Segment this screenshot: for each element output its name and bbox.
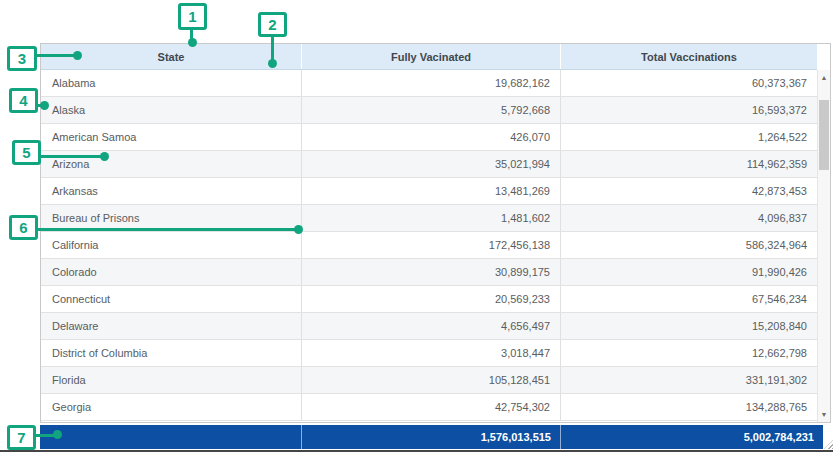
annotation-callout-1: 1 xyxy=(178,3,207,30)
table-header-row: State Fully Vacinated Total Vaccinations xyxy=(41,44,817,70)
total-vaccinations-cell: 4,096,837 xyxy=(561,205,817,231)
fully-vaccinated-cell: 30,899,175 xyxy=(302,259,561,285)
scrollbar-up-icon[interactable]: ▲ xyxy=(818,70,830,85)
state-cell: Alabama xyxy=(41,70,302,96)
annotation-callout-7: 7 xyxy=(7,425,36,450)
annotation-dot-6 xyxy=(294,225,303,234)
scrollbar-down-icon[interactable]: ▼ xyxy=(818,407,830,422)
annotation-connector-6 xyxy=(37,228,296,231)
annotation-number-7: 7 xyxy=(17,430,25,445)
state-cell: American Samoa xyxy=(41,124,302,150)
annotation-callout-6: 6 xyxy=(9,215,38,240)
scrollbar-thumb[interactable] xyxy=(819,100,829,170)
annotation-connector-7 xyxy=(35,434,55,437)
fully-vaccinated-cell: 35,021,994 xyxy=(302,151,561,177)
table-row[interactable]: Florida105,128,451331,191,302 xyxy=(41,367,817,394)
total-vaccinations-cell: 91,990,426 xyxy=(561,259,817,285)
annotation-callout-5: 5 xyxy=(12,140,41,165)
table-row[interactable]: Georgia42,754,302134,288,765 xyxy=(41,394,817,421)
fully-vaccinated-cell: 3,018,447 xyxy=(302,340,561,366)
state-cell: Florida xyxy=(41,367,302,393)
totals-state-cell xyxy=(40,425,301,449)
total-vaccinations-cell: 15,208,840 xyxy=(561,313,817,339)
data-table: State Fully Vacinated Total Vaccinations… xyxy=(40,43,831,423)
total-vaccinations-cell: 42,873,453 xyxy=(561,178,817,204)
totals-total-vaccinations-cell: 5,002,784,231 xyxy=(560,425,823,449)
annotation-number-1: 1 xyxy=(188,9,196,24)
state-cell: Georgia xyxy=(41,394,302,420)
state-cell: District of Columbia xyxy=(41,340,302,366)
total-vaccinations-cell: 134,288,765 xyxy=(561,394,817,420)
fully-vaccinated-cell: 426,070 xyxy=(302,124,561,150)
column-header-total-vaccinations[interactable]: Total Vaccinations xyxy=(561,44,817,69)
state-cell: Connecticut xyxy=(41,286,302,312)
annotation-callout-2: 2 xyxy=(258,12,287,37)
column-header-fully-vaccinated[interactable]: Fully Vacinated xyxy=(302,44,561,69)
total-vaccinations-cell: 67,546,234 xyxy=(561,286,817,312)
total-vaccinations-cell: 12,662,798 xyxy=(561,340,817,366)
annotation-number-5: 5 xyxy=(22,145,30,160)
total-vaccinations-cell: 331,191,302 xyxy=(561,367,817,393)
table-row[interactable]: District of Columbia3,018,44712,662,798 xyxy=(41,340,817,367)
annotation-connector-5 xyxy=(40,155,102,158)
state-cell: Arkansas xyxy=(41,178,302,204)
fully-vaccinated-cell: 13,481,269 xyxy=(302,178,561,204)
fully-vaccinated-cell: 172,456,138 xyxy=(302,232,561,258)
state-cell: California xyxy=(41,232,302,258)
annotation-dot-3 xyxy=(73,51,82,60)
annotation-connector-3 xyxy=(36,54,77,57)
fully-vaccinated-cell: 4,656,497 xyxy=(302,313,561,339)
annotation-dot-1 xyxy=(188,38,197,47)
fully-vaccinated-cell: 19,682,162 xyxy=(302,70,561,96)
table-row[interactable]: American Samoa426,0701,264,522 xyxy=(41,124,817,151)
table-body: Alabama19,682,16260,373,367Alaska5,792,6… xyxy=(41,70,817,422)
annotation-connector-2 xyxy=(271,36,274,61)
annotation-dot-5 xyxy=(100,152,109,161)
resize-grip-icon[interactable] xyxy=(824,440,833,449)
screenshot-stage: State Fully Vacinated Total Vaccinations… xyxy=(0,0,833,453)
table-row[interactable]: Arizona35,021,994114,962,359 xyxy=(41,151,817,178)
state-cell: Colorado xyxy=(41,259,302,285)
total-vaccinations-cell: 16,593,372 xyxy=(561,97,817,123)
annotation-number-6: 6 xyxy=(19,220,27,235)
table-row[interactable]: California172,456,138586,324,964 xyxy=(41,232,817,259)
fully-vaccinated-cell: 42,754,302 xyxy=(302,394,561,420)
table-row[interactable]: Colorado30,899,17591,990,426 xyxy=(41,259,817,286)
total-vaccinations-cell: 586,324,964 xyxy=(561,232,817,258)
annotation-dot-4 xyxy=(40,101,49,110)
fully-vaccinated-cell: 20,569,233 xyxy=(302,286,561,312)
table-row[interactable]: Alabama19,682,16260,373,367 xyxy=(41,70,817,97)
state-cell: Delaware xyxy=(41,313,302,339)
annotation-dot-2 xyxy=(268,59,277,68)
total-vaccinations-cell: 1,264,522 xyxy=(561,124,817,150)
total-vaccinations-cell: 60,373,367 xyxy=(561,70,817,96)
window-bottom-edge xyxy=(0,450,833,452)
state-cell: Alaska xyxy=(41,97,302,123)
totals-fully-vaccinated-cell: 1,576,013,515 xyxy=(301,425,560,449)
annotation-number-4: 4 xyxy=(19,93,27,108)
total-vaccinations-cell: 114,962,359 xyxy=(561,151,817,177)
annotation-callout-3: 3 xyxy=(7,46,37,71)
annotation-callout-4: 4 xyxy=(9,88,38,113)
fully-vaccinated-cell: 105,128,451 xyxy=(302,367,561,393)
table-row[interactable]: Connecticut20,569,23367,546,234 xyxy=(41,286,817,313)
annotation-number-3: 3 xyxy=(18,51,26,66)
annotation-number-2: 2 xyxy=(268,17,276,32)
totals-row: 1,576,013,515 5,002,784,231 xyxy=(40,425,823,449)
vertical-scrollbar[interactable]: ▲ ▼ xyxy=(817,70,830,422)
table-row[interactable]: Delaware4,656,49715,208,840 xyxy=(41,313,817,340)
fully-vaccinated-cell: 1,481,602 xyxy=(302,205,561,231)
table-row[interactable]: Alaska5,792,66816,593,372 xyxy=(41,97,817,124)
table-row[interactable]: Arkansas13,481,26942,873,453 xyxy=(41,178,817,205)
annotation-dot-7 xyxy=(53,430,62,439)
fully-vaccinated-cell: 5,792,668 xyxy=(302,97,561,123)
